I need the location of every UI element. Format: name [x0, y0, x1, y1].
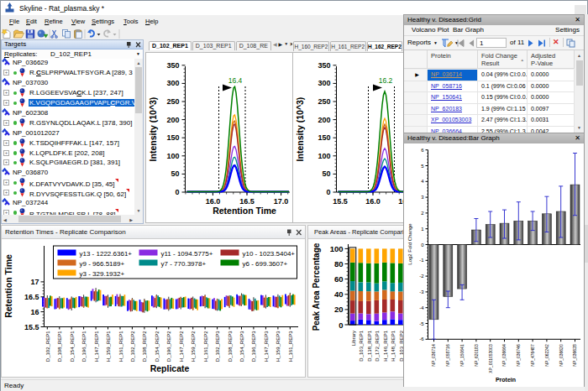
- svg-text:6: 6: [421, 148, 424, 153]
- svg-text:H_161_REP1: H_161_REP1: [118, 331, 123, 362]
- svg-text:50: 50: [171, 169, 179, 178]
- svg-text:y7 - 770.3978+: y7 - 770.3978+: [161, 260, 207, 268]
- svg-text:NP_036664: NP_036664: [502, 344, 507, 367]
- svg-text:0: 0: [175, 188, 179, 196]
- svg-text:NP_058716: NP_058716: [445, 344, 450, 367]
- svg-text:H_147_REP1: H_147_REP1: [94, 331, 99, 362]
- svg-text:Peak Area Percentage: Peak Area Percentage: [312, 242, 321, 331]
- svg-text:300: 300: [318, 79, 330, 87]
- svg-text:16.0: 16.0: [365, 197, 381, 206]
- svg-text:100: 100: [330, 244, 344, 253]
- svg-text:Protein: Protein: [496, 377, 516, 383]
- svg-text:250: 250: [318, 97, 330, 106]
- svg-text:-3: -3: [419, 289, 424, 295]
- svg-text:NP_620183: NP_620183: [474, 344, 479, 367]
- svg-text:0: 0: [326, 188, 330, 196]
- svg-text:D_102_REP1: D_102_REP1: [45, 331, 50, 362]
- svg-text:H_146_REP1: H_146_REP1: [383, 330, 388, 361]
- svg-text:16.5: 16.5: [24, 293, 39, 301]
- svg-text:200: 200: [166, 116, 179, 124]
- svg-text:150: 150: [318, 133, 330, 142]
- svg-text:5: 5: [421, 164, 424, 169]
- svg-text:16.4: 16.4: [228, 76, 243, 85]
- svg-text:100: 100: [166, 152, 179, 160]
- svg-text:16.0: 16.0: [206, 197, 221, 206]
- svg-text:100: 100: [318, 152, 330, 160]
- svg-text:NP_036746: NP_036746: [516, 344, 521, 367]
- svg-text:D_108_REP2: D_108_REP2: [142, 331, 147, 362]
- svg-text:16.5: 16.5: [239, 197, 255, 206]
- svg-text:D_154_REP3: D_154_REP3: [239, 331, 244, 362]
- svg-text:Replicate: Replicate: [150, 363, 190, 373]
- svg-text:H_147_REP2: H_147_REP2: [179, 331, 184, 362]
- svg-text:D_196_REP2: D_196_REP2: [166, 331, 171, 362]
- svg-text:15.5: 15.5: [333, 197, 348, 206]
- svg-text:XP_001053003: XP_001053003: [488, 344, 493, 373]
- svg-text:y11 - 1094.5775+: y11 - 1094.5775+: [161, 250, 213, 258]
- svg-text:-4: -4: [419, 305, 424, 310]
- svg-text:Intensity (10^3): Intensity (10^3): [295, 97, 305, 162]
- svg-text:D_103_REP1: D_103_REP1: [359, 330, 364, 361]
- svg-text:300: 300: [166, 79, 179, 87]
- svg-text:H_161_REP2: H_161_REP2: [203, 331, 208, 362]
- svg-text:NP_476487: NP_476487: [530, 344, 535, 367]
- svg-text:H_161_REP3: H_161_REP3: [288, 331, 293, 362]
- svg-text:D_102_REP2: D_102_REP2: [130, 331, 135, 362]
- svg-text:H_159_REP3: H_159_REP3: [276, 331, 281, 362]
- svg-text:y3 - 329.1932+: y3 - 329.1932+: [80, 270, 125, 278]
- svg-text:20: 20: [334, 305, 344, 314]
- svg-text:50: 50: [322, 169, 330, 178]
- svg-text:250: 250: [166, 97, 179, 106]
- svg-text:16.2: 16.2: [379, 76, 393, 85]
- svg-text:D_138_REP1: D_138_REP1: [367, 330, 372, 361]
- svg-text:-6: -6: [419, 336, 424, 341]
- svg-text:350: 350: [166, 61, 179, 70]
- svg-text:H_159_REP1: H_159_REP1: [106, 331, 111, 362]
- svg-text:Retention Time: Retention Time: [213, 206, 276, 216]
- svg-text:NP_036628: NP_036628: [573, 344, 578, 367]
- svg-text:-1: -1: [419, 258, 424, 263]
- svg-text:40: 40: [334, 289, 344, 299]
- svg-text:1: 1: [421, 227, 424, 232]
- svg-text:16: 16: [30, 308, 39, 316]
- svg-text:y10 - 1023.5404+: y10 - 1023.5404+: [243, 250, 296, 258]
- svg-text:D_196_REP1: D_196_REP1: [81, 331, 87, 362]
- svg-text:H_148_REP1: H_148_REP1: [391, 330, 396, 361]
- svg-text:NP_062242: NP_062242: [544, 344, 549, 367]
- svg-text:60: 60: [334, 274, 344, 284]
- svg-text:-2: -2: [419, 274, 424, 279]
- svg-text:D_108_REP1: D_108_REP1: [57, 331, 62, 362]
- svg-text:15.5: 15.5: [24, 323, 39, 331]
- svg-text:0: 0: [421, 242, 424, 248]
- svg-text:0: 0: [339, 321, 343, 330]
- svg-text:-5: -5: [419, 321, 424, 326]
- svg-text:17.0: 17.0: [274, 197, 289, 206]
- svg-text:H_147_REP3: H_147_REP3: [264, 331, 269, 362]
- svg-text:80: 80: [334, 259, 344, 268]
- svg-text:y6 - 699.3607+: y6 - 699.3607+: [243, 260, 288, 268]
- svg-text:D_154_REP1: D_154_REP1: [70, 331, 75, 362]
- svg-text:Log2 Fold Change: Log2 Fold Change: [407, 223, 412, 265]
- svg-text:D_172_REP1: D_172_REP1: [375, 330, 380, 361]
- svg-text:D_108_REP3: D_108_REP3: [228, 331, 233, 362]
- svg-text:Retention Time: Retention Time: [3, 254, 13, 318]
- svg-text:17: 17: [30, 278, 39, 286]
- svg-text:y13 - 1222.6361+: y13 - 1222.6361+: [80, 250, 133, 258]
- svg-text:3: 3: [421, 195, 424, 200]
- svg-text:Intensity (10^3): Intensity (10^3): [148, 97, 158, 162]
- svg-text:150: 150: [166, 133, 179, 142]
- svg-text:350: 350: [318, 61, 330, 70]
- svg-text:H_159_REP2: H_159_REP2: [191, 331, 196, 362]
- svg-text:NP_036714: NP_036714: [432, 344, 437, 367]
- svg-text:D_154_REP2: D_154_REP2: [155, 331, 160, 362]
- svg-text:D_196_REP3: D_196_REP3: [251, 331, 256, 362]
- svg-text:D_102_REP3: D_102_REP3: [215, 331, 220, 362]
- svg-text:NP_150641: NP_150641: [459, 344, 465, 367]
- svg-text:4: 4: [421, 179, 424, 184]
- svg-text:y9 - 966.5189+: y9 - 966.5189+: [80, 260, 125, 268]
- svg-text:2: 2: [421, 211, 424, 216]
- svg-text:200: 200: [318, 116, 330, 124]
- svg-text:NP_036620: NP_036620: [559, 344, 564, 367]
- svg-text:Library: Library: [351, 331, 356, 346]
